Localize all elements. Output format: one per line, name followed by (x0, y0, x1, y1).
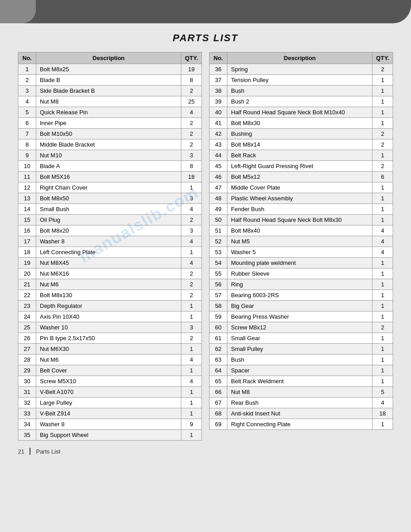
cell-no: 2 (18, 75, 36, 86)
cell-qty: 2 (372, 322, 393, 333)
cell-qty: 1 (372, 258, 393, 268)
table-row: 59 Bearing Press Washer 1 (210, 311, 393, 322)
right-col-qty: QTY. (372, 52, 393, 64)
cell-desc: Quick Release Pin (36, 107, 181, 118)
cell-desc: Nut M6X30 (36, 344, 181, 355)
cell-no: 17 (18, 236, 36, 247)
table-row: 11 Bolt M5X16 18 (18, 172, 202, 182)
cell-qty: 4 (181, 355, 202, 365)
cell-desc: Half Round Head Square Neck Bolt M10x40 (227, 107, 372, 118)
page-content: PARTS LIST No. Description QTY. 1 Bolt M… (0, 23, 411, 468)
cell-qty: 9 (181, 419, 202, 430)
table-row: 57 Bearing 6003-2RS 1 (210, 290, 393, 301)
cell-no: 66 (210, 387, 227, 398)
cell-qty: 18 (181, 172, 202, 182)
cell-qty: 1 (372, 75, 393, 86)
cell-desc: Spacer (227, 365, 372, 376)
cell-desc: Nut M6X16 (36, 268, 181, 279)
cell-desc: Big Gear (227, 301, 372, 311)
cell-no: 48 (210, 193, 227, 204)
cell-qty: 8 (181, 161, 202, 172)
table-row: 63 Bush 1 (210, 355, 393, 365)
cell-no: 47 (210, 182, 227, 193)
cell-no: 41 (210, 118, 227, 129)
table-row: 52 Nut M5 4 (210, 236, 393, 247)
cell-no: 4 (18, 96, 36, 107)
cell-qty: 8 (181, 75, 202, 86)
cell-desc: Oil Plug (36, 215, 181, 225)
cell-qty: 4 (372, 225, 393, 236)
cell-qty: 1 (372, 365, 393, 376)
table-row: 62 Small Pulley 1 (210, 344, 393, 355)
table-row: 33 V-Belt Z914 1 (18, 408, 202, 419)
cell-no: 6 (18, 118, 36, 129)
cell-desc: Depth Regulator (36, 301, 181, 311)
cell-no: 30 (18, 376, 36, 387)
cell-no: 25 (18, 322, 36, 333)
cell-qty: 2 (181, 118, 202, 129)
footer-divider (30, 448, 30, 455)
cell-qty: 4 (372, 236, 393, 247)
cell-desc: Bolt M8x14 (227, 139, 372, 150)
table-row: 65 Belt Rack Weldment 1 (210, 376, 393, 387)
cell-desc: Bolt M8x130 (36, 290, 181, 301)
footer-section: Parts List (36, 448, 60, 455)
cell-desc: Blade A (36, 161, 181, 172)
table-row: 19 Nut M8X45 4 (18, 258, 202, 268)
table-row: 32 Large Pulley 1 (18, 398, 202, 408)
cell-qty: 1 (372, 355, 393, 365)
cell-qty: 1 (372, 301, 393, 311)
table-row: 45 Left-Right Guard Pressing Rivet 2 (210, 161, 393, 172)
cell-desc: Nut M6 (36, 279, 181, 290)
cell-no: 5 (18, 107, 36, 118)
table-row: 64 Spacer 1 (210, 365, 393, 376)
cell-no: 32 (18, 398, 36, 408)
cell-qty: 2 (181, 139, 202, 150)
cell-qty: 1 (181, 387, 202, 398)
cell-desc: Bush (227, 86, 372, 96)
table-row: 21 Nut M6 2 (18, 279, 202, 290)
cell-desc: Blade B (36, 75, 181, 86)
cell-qty: 1 (372, 290, 393, 301)
cell-qty: 3 (181, 150, 202, 161)
cell-desc: Screw M8x12 (227, 322, 372, 333)
table-row: 42 Bushing 2 (210, 129, 393, 139)
cell-desc: Axis Pin 10X40 (36, 311, 181, 322)
left-col-no: No. (18, 52, 36, 64)
cell-desc: Bolt M8x25 (36, 64, 181, 75)
table-row: 24 Axis Pin 10X40 1 (18, 311, 202, 322)
cell-qty: 2 (181, 215, 202, 225)
cell-no: 67 (210, 398, 227, 408)
cell-no: 34 (18, 419, 36, 430)
right-col-no: No. (210, 52, 227, 64)
cell-no: 68 (210, 408, 227, 419)
cell-qty: 1 (181, 247, 202, 258)
cell-desc: Washer 5 (227, 247, 372, 258)
cell-desc: Rubber Sleeve (227, 268, 372, 279)
cell-qty: 1 (372, 215, 393, 225)
cell-no: 37 (210, 75, 227, 86)
cell-no: 56 (210, 279, 227, 290)
cell-no: 62 (210, 344, 227, 355)
cell-qty: 1 (372, 311, 393, 322)
cell-desc: Washer 10 (36, 322, 181, 333)
cell-desc: Right Chain Cover (36, 182, 181, 193)
cell-desc: Anti-skid Insert Nut (227, 408, 372, 419)
table-row: 10 Blade A 8 (18, 161, 202, 172)
table-row: 47 Middle Cover Plate 1 (210, 182, 393, 193)
cell-qty: 1 (181, 430, 202, 441)
cell-no: 26 (18, 333, 36, 344)
cell-qty: 1 (181, 182, 202, 193)
table-row: 39 Bush 2 1 (210, 96, 393, 107)
cell-no: 8 (18, 139, 36, 150)
cell-qty: 1 (372, 96, 393, 107)
cell-qty: 1 (372, 376, 393, 387)
table-row: 26 Pin B type 2.5x17x50 2 (18, 333, 202, 344)
table-row: 35 Big Support Wheel 1 (18, 430, 202, 441)
cell-qty: 1 (181, 301, 202, 311)
cell-no: 15 (18, 215, 36, 225)
cell-no: 53 (210, 247, 227, 258)
table-row: 3 Side Blade Bracket B 2 (18, 86, 202, 96)
table-row: 4 Nut M8 25 (18, 96, 202, 107)
cell-qty: 2 (181, 279, 202, 290)
